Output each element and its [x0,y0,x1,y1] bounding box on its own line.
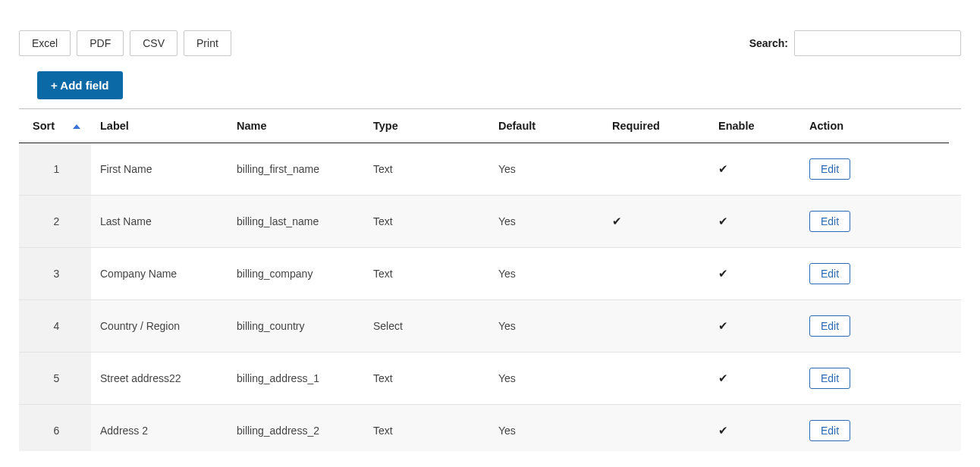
cell-default: Yes [489,300,603,353]
cell-type: Text [364,405,489,452]
top-bar: Excel PDF CSV Print Search: [19,30,961,56]
cell-default: Yes [489,248,603,300]
cell-name: billing_address_1 [228,353,364,405]
cell-label: Last Name [91,196,228,248]
col-header-default[interactable]: Default [489,109,603,143]
cell-enable: ✔ [709,405,800,452]
cell-enable: ✔ [709,143,800,196]
check-icon: ✔ [718,162,728,175]
cell-name: billing_first_name [228,143,364,196]
cell-enable: ✔ [709,248,800,300]
table-row: 4Country / Regionbilling_countrySelectYe… [19,300,961,353]
cell-required: ✔ [603,196,709,248]
table-row: 2Last Namebilling_last_nameTextYes✔✔Edit [19,196,961,248]
search-label: Search: [749,37,788,49]
cell-type: Text [364,143,489,196]
cell-default: Yes [489,196,603,248]
col-header-action[interactable]: Action [800,109,949,143]
col-header-type[interactable]: Type [364,109,489,143]
cell-enable: ✔ [709,353,800,405]
cell-type: Text [364,196,489,248]
col-header-name[interactable]: Name [228,109,364,143]
cell-name: billing_company [228,248,364,300]
check-icon: ✔ [612,215,622,227]
cell-enable: ✔ [709,196,800,248]
edit-button[interactable]: Edit [809,211,850,232]
cell-default: Yes [489,405,603,452]
col-header-sort[interactable]: Sort [19,109,91,143]
cell-action: Edit [800,196,961,248]
check-icon: ✔ [718,215,728,227]
cell-sort: 4 [19,300,91,353]
edit-button[interactable]: Edit [809,315,850,337]
cell-sort: 3 [19,248,91,300]
check-icon: ✔ [718,319,728,332]
cell-label: Country / Region [91,300,228,353]
table-row: 6Address 2billing_address_2TextYes✔Edit [19,405,961,452]
cell-action: Edit [800,405,961,452]
cell-default: Yes [489,353,603,405]
cell-sort: 2 [19,196,91,248]
cell-name: billing_last_name [228,196,364,248]
cell-required [603,353,709,405]
col-header-sort-label: Sort [33,120,55,132]
cell-name: billing_address_2 [228,405,364,452]
edit-button[interactable]: Edit [809,263,850,284]
table-row: 5Street address22billing_address_1TextYe… [19,353,961,405]
cell-label: Address 2 [91,405,228,452]
excel-button[interactable]: Excel [19,30,71,56]
cell-action: Edit [800,353,961,405]
search-wrap: Search: [749,30,961,56]
cell-action: Edit [800,248,961,300]
edit-button[interactable]: Edit [809,158,850,180]
cell-name: billing_country [228,300,364,353]
cell-required [603,405,709,452]
cell-required [603,300,709,353]
table-row: 1First Namebilling_first_nameTextYes✔Edi… [19,143,961,196]
cell-enable: ✔ [709,300,800,353]
check-icon: ✔ [718,371,728,384]
cell-label: First Name [91,143,228,196]
sort-asc-icon [73,124,80,129]
check-icon: ✔ [718,267,728,280]
cell-default: Yes [489,143,603,196]
cell-sort: 5 [19,353,91,405]
cell-action: Edit [800,300,961,353]
cell-required [603,143,709,196]
export-button-group: Excel PDF CSV Print [19,30,231,56]
cell-sort: 6 [19,405,91,452]
table-row: 3Company Namebilling_companyTextYes✔Edit [19,248,961,300]
search-input[interactable] [794,30,961,56]
edit-button[interactable]: Edit [809,420,850,441]
cell-required [603,248,709,300]
check-icon: ✔ [718,424,728,437]
col-header-required[interactable]: Required [603,109,709,143]
cell-action: Edit [800,143,961,196]
cell-sort: 1 [19,143,91,196]
cell-label: Street address22 [91,353,228,405]
col-header-enable[interactable]: Enable [709,109,800,143]
csv-button[interactable]: CSV [130,30,177,56]
add-field-button[interactable]: + Add field [37,71,123,99]
col-header-label[interactable]: Label [91,109,228,143]
pdf-button[interactable]: PDF [77,30,124,56]
cell-type: Select [364,300,489,353]
fields-table: Sort Label Name Type Default Required En… [19,109,961,451]
cell-type: Text [364,248,489,300]
cell-type: Text [364,353,489,405]
edit-button[interactable]: Edit [809,368,850,389]
cell-label: Company Name [91,248,228,300]
table-scroll-area[interactable]: 1First Namebilling_first_nameTextYes✔Edi… [19,143,961,451]
print-button[interactable]: Print [184,30,231,56]
